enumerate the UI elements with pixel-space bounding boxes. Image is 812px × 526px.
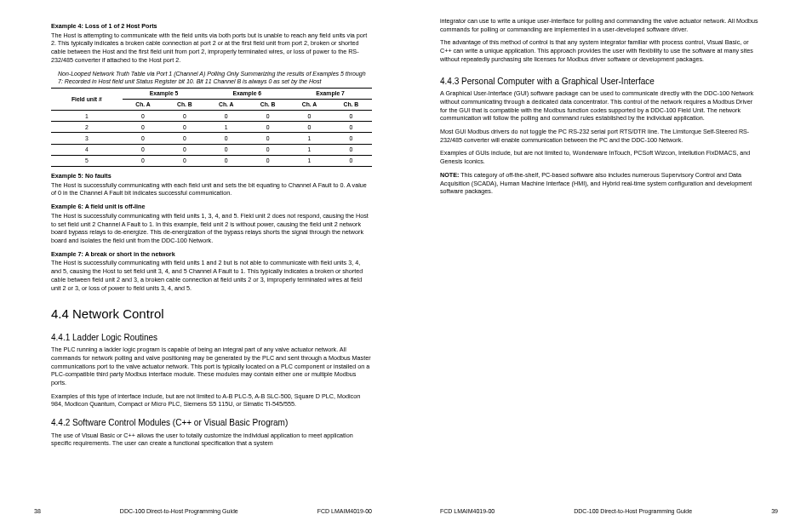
table-cell: 1 xyxy=(289,144,330,155)
table-cell: 0 xyxy=(289,111,330,122)
example4-body: The Host is attempting to communicate wi… xyxy=(51,31,372,65)
example5-body: The Host is successfully communicating w… xyxy=(51,181,372,197)
th-cha: Ch. A xyxy=(123,99,164,110)
table-cell: 1 xyxy=(51,111,123,122)
table-cell: 0 xyxy=(163,122,205,133)
example4-title: Example 4: Loss of 1 of 2 Host Ports xyxy=(51,22,372,31)
table-cell: 0 xyxy=(247,122,289,133)
right-footer: FCD LMAIM4019-00 DDC-100 Direct-to-Host … xyxy=(440,508,778,514)
th-ex7: Example 7 xyxy=(289,88,372,99)
example6-body: The Host is successfully communicating w… xyxy=(51,212,372,245)
left-content: Example 4: Loss of 1 of 2 Host Ports The… xyxy=(34,22,372,448)
right-footer-page: 39 xyxy=(771,508,778,514)
left-footer: 38 DDC-100 Direct-to-Host Programming Gu… xyxy=(34,508,372,514)
table-cell: 0 xyxy=(123,155,164,166)
p-443c: Examples of GUIs include, but are not li… xyxy=(440,149,761,165)
p-441b: Examples of this type of interface inclu… xyxy=(51,392,372,409)
table-cell: 0 xyxy=(330,144,372,155)
table-cell: 1 xyxy=(289,155,330,166)
th-ex5: Example 5 xyxy=(123,88,206,99)
table-cell: 0 xyxy=(289,122,330,133)
left-footer-page: 38 xyxy=(34,508,41,514)
p-443a: A Graphical User-Interface (GUI) softwar… xyxy=(440,89,761,123)
section-4-4-3-heading: 4.4.3 Personal Computer with a Graphical… xyxy=(440,76,761,88)
section-4-4-heading: 4.4 Network Control xyxy=(51,306,372,323)
table-cell: 0 xyxy=(247,133,289,144)
table-cell: 0 xyxy=(205,144,247,155)
left-footer-right: FCD LMAIM4019-00 xyxy=(317,508,372,514)
table-caption: Non-Looped Network Truth Table via Port … xyxy=(58,70,372,85)
table-cell: 0 xyxy=(123,122,164,133)
right-footer-left: FCD LMAIM4019-00 xyxy=(440,508,495,514)
example5-title: Example 5: No faults xyxy=(51,172,372,180)
right-footer-center: DDC-100 Direct-to-Host Programming Guide xyxy=(574,508,692,514)
th-fieldunit: Field unit # xyxy=(51,88,123,110)
table-cell: 5 xyxy=(51,155,123,166)
p-443b: Most GUI Modbus drivers do not toggle th… xyxy=(440,128,761,144)
section-4-4-1-heading: 4.4.1 Ladder Logic Routines xyxy=(51,332,372,344)
table-cell: 0 xyxy=(247,155,289,166)
left-footer-center: DDC-100 Direct-to-Host Programming Guide xyxy=(120,508,238,514)
example6-title: Example 6: A field unit is off-line xyxy=(51,203,372,211)
p-top2: The advantage of this method of control … xyxy=(440,38,761,63)
truth-table: Field unit # Example 5 Example 6 Example… xyxy=(51,88,372,167)
table-cell: 0 xyxy=(163,133,205,144)
table-cell: 0 xyxy=(330,111,372,122)
right-page: integrator can use to write a unique use… xyxy=(406,0,812,526)
table-cell: 0 xyxy=(330,122,372,133)
table-cell: 0 xyxy=(163,155,205,166)
table-cell: 0 xyxy=(205,111,247,122)
table-cell: 0 xyxy=(247,144,289,155)
table-cell: 0 xyxy=(123,111,164,122)
p-441a: The PLC running a ladder logic program i… xyxy=(51,346,372,387)
table-cell: 0 xyxy=(205,133,247,144)
note-label: NOTE: xyxy=(440,171,459,179)
table-row: 1000000 xyxy=(51,111,372,122)
p-top1: integrator can use to write a unique use… xyxy=(440,17,761,33)
p-442: The use of Visual Basic or C++ allows th… xyxy=(51,432,372,448)
th-cha3: Ch. A xyxy=(289,99,330,110)
table-cell: 0 xyxy=(247,111,289,122)
table-cell: 0 xyxy=(330,133,372,144)
th-cha2: Ch. A xyxy=(205,99,247,110)
th-chb2: Ch. B xyxy=(247,99,289,110)
th-chb: Ch. B xyxy=(163,99,205,110)
table-cell: 1 xyxy=(205,122,247,133)
right-content: integrator can use to write a unique use… xyxy=(440,17,778,196)
table-cell: 0 xyxy=(123,133,164,144)
table-cell: 0 xyxy=(205,155,247,166)
table-row: 3000010 xyxy=(51,133,372,144)
left-page: Example 4: Loss of 1 of 2 Host Ports The… xyxy=(0,0,406,526)
th-ex6: Example 6 xyxy=(205,88,289,99)
section-4-4-2-heading: 4.4.2 Software Control Modules (C++ or V… xyxy=(51,417,372,429)
table-cell: 0 xyxy=(123,144,164,155)
note-body: This category of off-the-shelf, PC-based… xyxy=(440,171,752,195)
table-row: 2001000 xyxy=(51,122,372,133)
table-cell: 0 xyxy=(330,155,372,166)
table-cell: 1 xyxy=(289,133,330,144)
table-cell: 3 xyxy=(51,133,123,144)
table-row: 4000010 xyxy=(51,144,372,155)
example7-title: Example 7: A break or short in the netwo… xyxy=(51,250,372,259)
table-cell: 4 xyxy=(51,144,123,155)
example7-body: The Host is successfully communicating w… xyxy=(51,259,372,292)
note-paragraph: NOTE: This category of off-the-shelf, PC… xyxy=(440,171,761,196)
th-chb3: Ch. B xyxy=(330,99,372,110)
table-row: 5000010 xyxy=(51,155,372,166)
table-cell: 0 xyxy=(163,111,205,122)
table-cell: 2 xyxy=(51,122,123,133)
table-cell: 0 xyxy=(163,144,205,155)
